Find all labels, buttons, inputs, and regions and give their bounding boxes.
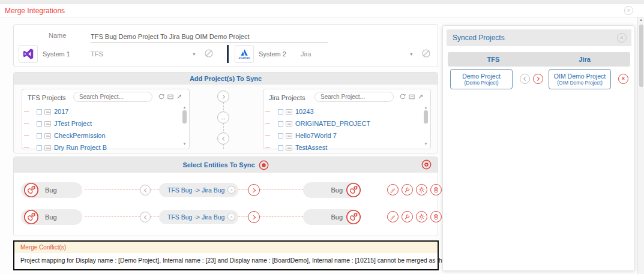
mapping-pill[interactable]: TFS Bug -> Jira Bug × <box>159 210 238 224</box>
add-entity-mapping-icon[interactable] <box>259 160 269 170</box>
merge-integrations-dialog: Merge Integrations × Name System 1 TFS ▾… <box>0 0 644 274</box>
list-item[interactable]: TestAssest <box>263 142 327 153</box>
source-entity-label: Bug <box>45 186 57 194</box>
gear-icon[interactable] <box>416 211 427 222</box>
scrollbar[interactable]: ▲ <box>637 17 644 274</box>
bug-icon <box>23 209 39 225</box>
remove-mapping-icon[interactable]: × <box>227 186 235 194</box>
mapping-label: TFS Bug -> Jira Bug <box>167 186 224 194</box>
jira-projects-panel: Jira Projects 10243 ORIGINATED_PROJECT H… <box>263 89 431 149</box>
bug-icon <box>23 182 39 198</box>
list-item[interactable]: JTest Project <box>22 118 92 129</box>
scroll-thumb[interactable] <box>639 25 643 87</box>
expand-icon[interactable] <box>418 94 423 100</box>
list-item[interactable]: ORIGINATED_PROJECT <box>263 118 370 129</box>
map-right-button[interactable] <box>248 184 260 196</box>
checkbox[interactable] <box>37 145 42 150</box>
sync-right-button[interactable] <box>533 74 543 84</box>
delete-icon[interactable] <box>430 184 442 195</box>
list-item[interactable]: Hello7World 7 <box>263 130 337 141</box>
merge-conflict-message: Project mapping for Display name : [Demo… <box>14 253 438 264</box>
list-item[interactable]: 2017 <box>22 106 68 117</box>
delete-icon[interactable] <box>430 211 442 222</box>
add-projects-title: Add Project(s) To Sync <box>190 75 262 82</box>
jira-projects-list: 10243 ORIGINATED_PROJECT Hello7World 7 T… <box>263 104 430 149</box>
project-icon <box>286 133 292 138</box>
checkbox[interactable] <box>278 121 283 127</box>
gear-icon[interactable] <box>416 184 427 195</box>
mapping-label: TFS Bug -> Jira Bug <box>167 213 224 221</box>
tfs-projects-title: TFS Projects <box>28 94 66 101</box>
map-right-button[interactable] <box>248 211 260 223</box>
name-label: Name <box>49 32 66 39</box>
scrollbar[interactable]: ▲ ▼ <box>182 106 187 146</box>
collapse-icon[interactable] <box>167 94 173 100</box>
scroll-up-icon[interactable]: ▲ <box>182 106 187 110</box>
edit-icon[interactable] <box>387 211 399 222</box>
checkbox[interactable] <box>278 145 283 150</box>
wrench-icon[interactable] <box>402 211 413 222</box>
project-icon <box>286 109 292 115</box>
wrench-icon[interactable] <box>402 184 413 195</box>
system2-select[interactable]: Jira <box>301 50 311 58</box>
expand-icon[interactable] <box>176 94 182 100</box>
synced-projects-panel: Synced Projects × TFS Jira Demo Project … <box>442 25 635 271</box>
atlassian-icon: ATLASSIAN <box>235 45 254 63</box>
mapping-pill[interactable]: TFS Bug -> Jira Bug × <box>159 183 238 197</box>
sync-left-button[interactable] <box>520 74 530 84</box>
synced-columns-header: TFS Jira <box>448 52 630 67</box>
scroll-up-icon[interactable]: ▲ <box>638 17 644 23</box>
remove-synced-pair-icon[interactable]: × <box>618 74 628 84</box>
tfs-projects-panel: TFS Projects 2017 JTest Project CheckPer… <box>22 89 190 149</box>
system1-label: System 1 <box>43 50 70 58</box>
remove-mapping-icon[interactable]: × <box>227 213 235 221</box>
system1-select[interactable]: TFS <box>91 50 103 58</box>
project-icon <box>44 121 51 127</box>
scroll-thumb[interactable] <box>182 110 187 124</box>
refresh-icon[interactable] <box>400 94 406 100</box>
visual-studio-icon <box>19 45 38 63</box>
page-title: Merge Integrations <box>5 7 65 15</box>
checkbox[interactable] <box>278 133 283 138</box>
search-input[interactable] <box>314 92 394 102</box>
chevron-down-icon[interactable]: ▾ <box>193 51 196 57</box>
bug-icon <box>346 182 361 198</box>
refresh-icon[interactable] <box>158 94 164 100</box>
synced-projects-title: Synced Projects <box>453 34 505 42</box>
bug-icon <box>346 209 361 225</box>
scroll-thumb[interactable] <box>424 110 428 124</box>
scroll-up-icon[interactable]: ▲ <box>423 106 429 110</box>
unmap-left-button[interactable] <box>140 212 151 222</box>
integration-form-card: Name System 1 TFS ▾ ATLASSIAN System 2 J… <box>13 24 438 67</box>
close-icon[interactable]: × <box>617 33 627 43</box>
checkbox[interactable] <box>278 109 283 115</box>
checkbox[interactable] <box>37 121 42 127</box>
checkbox[interactable] <box>37 133 42 138</box>
scrollbar[interactable]: ▲ ▼ <box>423 106 429 146</box>
close-icon[interactable]: × <box>624 6 633 15</box>
entities-title: Select Entities To Sync <box>182 161 254 168</box>
scroll-down-icon[interactable]: ▼ <box>423 142 429 146</box>
unmap-left-button[interactable] <box>140 185 151 195</box>
chevron-down-icon[interactable]: ▾ <box>410 51 413 57</box>
dialog-titlebar: Merge Integrations × <box>0 4 644 17</box>
integration-name-input[interactable] <box>91 31 328 43</box>
list-item[interactable]: CheckPermission <box>22 130 106 141</box>
checkbox[interactable] <box>37 109 42 115</box>
move-right-button[interactable] <box>217 91 229 103</box>
move-left-button[interactable] <box>217 133 229 144</box>
edit-icon[interactable] <box>387 184 399 195</box>
swap-button[interactable]: ↔ <box>217 112 229 124</box>
scroll-down-icon[interactable]: ▼ <box>182 142 187 146</box>
search-input[interactable] <box>73 92 152 102</box>
tfs-project-box[interactable]: Demo Project (Demo Project) <box>450 69 513 89</box>
target-entity-label: Bug <box>303 213 343 221</box>
swap-icon: ↔ <box>220 115 226 121</box>
collapse-icon[interactable] <box>409 94 415 100</box>
list-item[interactable]: Dry Run Project B <box>22 142 107 153</box>
project-icon <box>44 109 51 115</box>
project-icon <box>44 133 51 138</box>
list-item[interactable]: 10243 <box>263 106 314 117</box>
collapse-all-icon[interactable] <box>421 159 432 170</box>
jira-project-box[interactable]: OIM Demo Project (OIM Demo Project) <box>549 69 611 89</box>
